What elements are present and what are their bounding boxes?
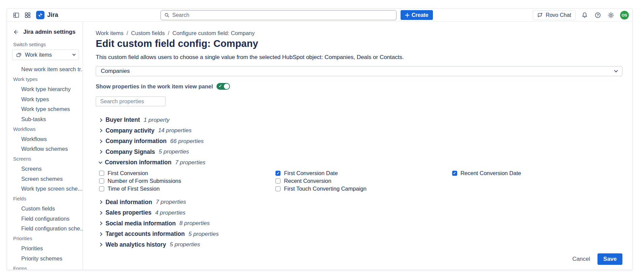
sidebar-item[interactable]: Custom fields <box>7 204 83 214</box>
jira-logo-icon <box>36 11 45 19</box>
global-search-input[interactable] <box>172 12 393 18</box>
property-group-name: Deal information <box>106 199 152 206</box>
chevron-down-icon <box>72 53 76 56</box>
breadcrumb-item[interactable]: Configure custom field: Company <box>172 30 255 36</box>
property-checkbox-item[interactable]: First Conversion <box>99 169 269 177</box>
sidebar-item[interactable]: Field configuration sche... <box>7 224 83 234</box>
notifications-button[interactable] <box>581 11 589 19</box>
sidebar-item[interactable]: Sub-tasks <box>7 114 83 124</box>
property-group-row[interactable]: Deal information7 properties <box>99 197 622 208</box>
rovo-chat-icon <box>537 12 543 18</box>
search-properties-input[interactable] <box>96 96 166 106</box>
property-group-name: Company information <box>106 138 167 145</box>
property-group-row[interactable]: Company activity14 properties <box>99 126 622 136</box>
sidebar-item[interactable]: Screen schemes <box>7 174 83 184</box>
property-group-row[interactable]: Company Signals5 properties <box>99 147 622 158</box>
sidebar-item[interactable]: New work item search tr... <box>7 64 83 75</box>
sidebar-item[interactable]: Workflows <box>7 134 83 144</box>
property-group-count: 66 properties <box>170 138 204 145</box>
property-group-row[interactable]: Conversion information7 properties <box>99 157 622 168</box>
checkbox-checked-icon[interactable] <box>275 171 281 176</box>
property-group-row[interactable]: Social media information8 properties <box>99 218 622 229</box>
property-group-name: Target accounts information <box>106 230 185 238</box>
chevron-right-icon <box>98 222 102 225</box>
back-arrow-icon <box>13 29 19 35</box>
property-groups: Buyer Intent1 propertyCompany activity14… <box>96 115 622 250</box>
help-button[interactable]: ? <box>594 11 602 19</box>
property-group-name: Buyer Intent <box>106 116 140 123</box>
checkbox-unchecked-icon[interactable] <box>99 186 104 191</box>
property-checkbox-item[interactable]: Recent Conversion <box>275 177 446 185</box>
breadcrumb-item[interactable]: Work items <box>96 30 123 36</box>
cancel-button[interactable]: Cancel <box>567 253 595 265</box>
property-checkbox-item[interactable]: First Conversion Date <box>275 169 446 177</box>
property-group-row[interactable]: Company information66 properties <box>99 136 622 147</box>
settings-switcher-dropdown[interactable]: Work items <box>12 50 79 60</box>
property-checkbox-label: First Touch Converting Campaign <box>284 186 367 192</box>
property-group-row[interactable]: Web analytics history5 properties <box>99 240 622 250</box>
panel-left-icon <box>13 12 20 19</box>
property-checkbox-label: Time of First Session <box>108 186 159 192</box>
sidebar-item[interactable]: Field configurations <box>7 214 83 224</box>
save-button[interactable]: Save <box>597 253 622 265</box>
show-properties-toggle-label: Show properties in the work item view pa… <box>96 83 213 90</box>
avatar-initials: OS <box>622 13 627 17</box>
breadcrumb-item[interactable]: Custom fields <box>131 30 165 36</box>
property-group-count: 5 properties <box>159 148 189 155</box>
app-grid-icon <box>24 12 31 19</box>
property-group-name: Conversion information <box>105 159 171 166</box>
sidebar-item[interactable]: Work types <box>7 94 83 105</box>
property-checkbox-item[interactable]: Number of Form Submissions <box>99 177 269 185</box>
sidebar-section-label: Fields <box>7 194 83 204</box>
checkbox-unchecked-icon[interactable] <box>275 178 281 184</box>
user-avatar[interactable]: OS <box>620 11 629 20</box>
sidebar-item[interactable]: Work type hierarchy <box>7 84 83 94</box>
settings-switcher-value: Work items <box>25 52 70 58</box>
sidebar-section-label: Work types <box>7 75 83 85</box>
form-footer: Cancel Save <box>96 250 622 265</box>
sidebar-item[interactable]: Work type screen sche... <box>7 184 83 194</box>
app-window: Jira Create <box>7 8 633 270</box>
back-button[interactable] <box>12 28 20 36</box>
show-properties-toggle[interactable]: ✓ <box>216 83 230 90</box>
rovo-chat-button[interactable]: Rovo Chat <box>533 10 576 20</box>
property-group-row[interactable]: Target accounts information5 properties <box>99 229 622 240</box>
toggle-check-icon: ✓ <box>219 84 222 88</box>
sidebar-item[interactable]: Priority schemes <box>7 254 83 264</box>
property-group-row[interactable]: Buyer Intent1 property <box>99 115 622 126</box>
sidebar-nav: New work item search tr...Work typesWork… <box>7 64 83 270</box>
checkbox-unchecked-icon[interactable] <box>99 178 104 184</box>
sidebar-item[interactable]: Workflow schemes <box>7 144 83 154</box>
checkbox-unchecked-icon[interactable] <box>275 186 281 191</box>
property-checkbox-item[interactable]: First Touch Converting Campaign <box>275 185 446 193</box>
global-search[interactable] <box>160 10 397 20</box>
property-checkbox-label: Recent Conversion Date <box>461 170 521 176</box>
property-checkbox-label: First Conversion <box>108 170 148 176</box>
sidebar-item[interactable]: Screens <box>7 164 83 174</box>
property-group-row[interactable]: Sales properties4 properties <box>99 207 622 218</box>
app-switcher-button[interactable] <box>23 10 33 20</box>
collapse-sidebar-button[interactable] <box>11 10 21 20</box>
create-button[interactable]: Create <box>401 10 433 20</box>
bell-icon <box>581 12 588 19</box>
property-checkbox-label: First Conversion Date <box>284 170 338 176</box>
sidebar-item[interactable]: Work type schemes <box>7 104 83 114</box>
sidebar-item[interactable]: Priorities <box>7 244 83 254</box>
property-group-count: 1 property <box>144 117 170 123</box>
property-group-name: Company Signals <box>106 148 155 156</box>
chevron-right-icon <box>98 129 102 133</box>
property-group-count: 7 properties <box>175 159 205 166</box>
breadcrumb-separator: / <box>126 30 128 36</box>
property-checkbox-item[interactable]: Time of First Session <box>99 185 269 193</box>
chevron-right-icon <box>98 211 102 215</box>
checkbox-unchecked-icon[interactable] <box>99 171 104 176</box>
jira-home-link[interactable]: Jira <box>34 11 60 19</box>
property-checkbox-item[interactable]: Recent Conversion Date <box>452 169 622 177</box>
settings-button[interactable] <box>607 11 615 19</box>
checkbox-checked-icon[interactable] <box>452 171 457 176</box>
chevron-right-icon <box>98 139 102 143</box>
property-checkbox-grid: First ConversionNumber of Form Submissio… <box>99 169 622 193</box>
hubspot-object-select-value: Companies <box>101 68 615 75</box>
hubspot-object-select[interactable]: Companies <box>96 66 622 76</box>
sidebar-section-label: Screens <box>7 154 83 164</box>
